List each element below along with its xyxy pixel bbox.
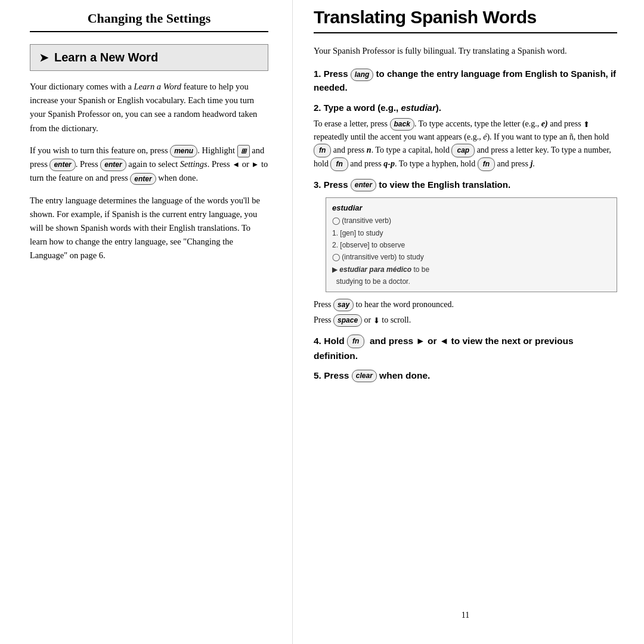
left-para-1: Your dictionary comes with a Learn a Wor… xyxy=(30,80,268,135)
step-2-num: 2. xyxy=(314,103,324,113)
right-content: Your Spanish Professor is fully bilingua… xyxy=(314,44,617,383)
right-column: Translating Spanish Words Your Spanish P… xyxy=(292,0,644,644)
settings-icon: ⊞ xyxy=(237,145,250,158)
step-3-scroll-line: Press space or ⬇ to scroll. xyxy=(314,314,617,327)
clear-button: clear xyxy=(352,370,377,382)
left-para-2: If you wish to turn this feature on, pre… xyxy=(30,144,268,185)
left-arrow-key: ◄ xyxy=(232,159,240,171)
step-3-after-dict: Press say to hear the word pronounced. P… xyxy=(314,298,617,327)
step-1-num: 1. xyxy=(314,69,324,79)
step-3-rest: to view the English translation. xyxy=(379,179,510,190)
enter-button-3: enter xyxy=(130,173,156,185)
dict-line-3: 2. [observe] to observe xyxy=(332,239,611,251)
step-1-press-label: Press xyxy=(324,69,351,79)
step-2-header: 2. Type a word (e.g., estudiar). xyxy=(314,101,617,115)
fn-key-3: fn xyxy=(478,157,495,171)
left-page-number xyxy=(30,614,268,620)
step-4: 4. Hold fn and press ► or ◄ to view the … xyxy=(314,334,617,364)
back-button: back xyxy=(390,118,414,131)
dict-line-1: ◯ (transitive verb) xyxy=(332,215,611,227)
left-divider xyxy=(30,31,268,32)
dict-line-4: ◯ (intransitive verb) to study xyxy=(332,251,611,263)
space-button: space xyxy=(333,314,362,327)
menu-button: menu xyxy=(170,145,197,157)
step-5: 5. Press clear when done. xyxy=(314,369,617,383)
enter-button-step3: enter xyxy=(351,179,376,191)
right-divider xyxy=(314,32,617,33)
dict-line-2: 1. [gen] to study xyxy=(332,227,611,239)
cap-key: cap xyxy=(451,144,475,157)
left-header: Changing the Settings xyxy=(30,0,268,31)
dict-bold-phrase: estudiar para médico xyxy=(339,265,411,274)
step-3: 3. Press enter to view the English trans… xyxy=(314,178,617,327)
left-para-3: The entry language determines the langua… xyxy=(30,194,268,263)
step-3-say-line: Press say to hear the word pronounced. xyxy=(314,298,617,311)
down-arrow-icon: ⬇ xyxy=(373,316,380,325)
step-2-body: To erase a letter, press back. To type a… xyxy=(314,117,617,171)
fn-key-2: fn xyxy=(330,157,348,171)
enter-button-2: enter xyxy=(100,159,126,171)
dictionary-display: estudiar ◯ (transitive verb) 1. [gen] to… xyxy=(326,197,617,292)
step-3-press-label: Press xyxy=(324,179,351,190)
page-number: 11 xyxy=(314,605,617,620)
up-arrow-icon: ⬆ xyxy=(583,119,590,128)
step-2: 2. Type a word (e.g., estudiar). To eras… xyxy=(314,101,617,171)
left-title: Changing the Settings xyxy=(30,11,268,26)
right-arrow-key: ► xyxy=(251,159,259,171)
dict-line-6: studying to be a doctor. xyxy=(332,275,611,287)
right-header: Translating Spanish Words xyxy=(314,0,617,32)
fn-key-step4: fn xyxy=(347,335,364,348)
step-1-header: 1. Press lang to change the entry lan­gu… xyxy=(314,67,617,94)
say-button: say xyxy=(333,299,354,311)
fn-key-1: fn xyxy=(314,144,331,157)
page: Changing the Settings ➤ Learn a New Word… xyxy=(0,0,644,644)
lang-button: lang xyxy=(351,69,374,81)
right-title: Translating Spanish Words xyxy=(314,7,617,27)
left-column: Changing the Settings ➤ Learn a New Word… xyxy=(0,0,292,644)
enter-button-1: enter xyxy=(49,159,75,171)
learn-arrow-icon: ➤ xyxy=(39,51,48,64)
step-3-header: 3. Press enter to view the English trans… xyxy=(314,178,617,192)
right-intro: Your Spanish Professor is fully bilingua… xyxy=(314,44,617,58)
step-2-label: Type a word (e.g., estudiar). xyxy=(324,103,441,113)
step-3-num: 3. xyxy=(314,179,324,190)
step-1: 1. Press lang to change the entry lan­gu… xyxy=(314,67,617,94)
dict-line-5: ▶ estudiar para médico to be xyxy=(332,264,611,275)
dict-headword: estudiar xyxy=(332,202,611,215)
learn-new-word-box: ➤ Learn a New Word xyxy=(30,44,268,71)
learn-box-title: Learn a New Word xyxy=(54,51,158,64)
left-content: Your dictionary comes with a Learn a Wor… xyxy=(30,80,268,271)
